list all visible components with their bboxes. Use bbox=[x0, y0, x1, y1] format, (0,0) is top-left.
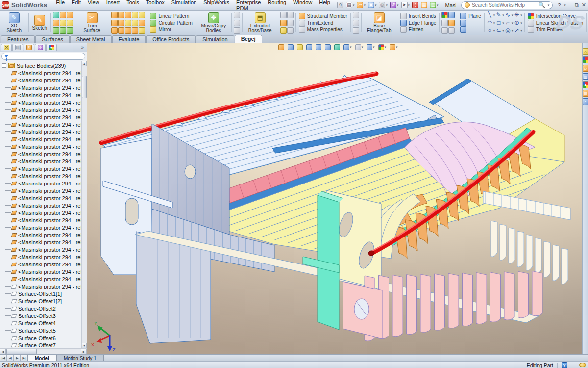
search-input[interactable] bbox=[472, 2, 537, 8]
circular-pattern-button[interactable]: Circular Pattern bbox=[150, 20, 192, 26]
toolbar-icon[interactable] bbox=[139, 11, 145, 19]
tree-item-surface-offset12[interactable]: Surface-Offset1[2] bbox=[0, 297, 87, 305]
tree-item-surface-body[interactable]: <Masinski prostor 294 - rebra i p bbox=[0, 224, 87, 231]
scroll-right-icon[interactable]: ▶ bbox=[81, 349, 87, 354]
toolbar-icon[interactable] bbox=[448, 19, 455, 26]
toolbar-icon[interactable] bbox=[111, 19, 118, 26]
toolbar-icon[interactable] bbox=[448, 27, 455, 34]
dropdown-caret-icon[interactable]: ▾ bbox=[502, 13, 504, 17]
dropdown-caret-icon[interactable]: ▾ bbox=[353, 3, 355, 7]
dropdown-caret-icon[interactable]: ▾ bbox=[408, 3, 410, 7]
display-style-icon[interactable]: ▾ bbox=[354, 44, 365, 51]
menu-simulation[interactable]: Simulation bbox=[169, 0, 199, 12]
tree-item-surface-body[interactable]: <Masinski prostor 294 - rebra i p bbox=[0, 231, 87, 238]
help-search[interactable]: 🔍 ▾ bbox=[461, 1, 553, 9]
pin-icon[interactable]: 9 bbox=[336, 1, 344, 9]
toolbar-icon[interactable] bbox=[53, 19, 59, 26]
trim-surface-button[interactable]: ✂Trim Surface bbox=[77, 12, 107, 34]
tree-item-surface-body[interactable]: <Masinski prostor 294 - rebra i p bbox=[0, 283, 87, 290]
tree-item-surface-body[interactable]: <Masinski prostor 294 - rebra i p bbox=[0, 150, 87, 158]
toolbar-icon[interactable]: ∿▾ bbox=[505, 11, 514, 19]
tree-item-surface-body[interactable]: <Masinski prostor 294 - rebra i p bbox=[0, 99, 87, 106]
toolbar-icon[interactable] bbox=[353, 19, 359, 26]
toolbar-icon[interactable] bbox=[125, 19, 131, 26]
tab-model[interactable]: Model bbox=[27, 355, 56, 361]
new-document-icon[interactable]: ▤▾ bbox=[345, 1, 356, 9]
dropdown-caret-icon[interactable]: ▾ bbox=[397, 3, 399, 7]
toolbar-icon[interactable] bbox=[132, 19, 138, 26]
tab-motion-study[interactable]: Motion Study 1 bbox=[56, 355, 104, 361]
apply-scene-icon[interactable]: ▾ bbox=[389, 44, 399, 51]
tree-item-surface-body[interactable]: <Masinski prostor 294 - rebra i p bbox=[0, 268, 87, 275]
resources-icon[interactable] bbox=[583, 56, 588, 63]
trim-extend-button[interactable]: Trim/Extend bbox=[299, 20, 347, 26]
toolbar-icon[interactable]: ○▾ bbox=[487, 27, 495, 34]
menu-tools[interactable]: Tools bbox=[123, 0, 142, 12]
tree-item-surface-body[interactable]: <Masinski prostor 294 - rebra i p bbox=[0, 143, 87, 150]
scroll-down-icon[interactable]: ▼ bbox=[82, 343, 87, 348]
menu-enterprise-pdm[interactable]: Enterprise PDM bbox=[233, 0, 264, 12]
flatten-button[interactable]: Flatten bbox=[400, 26, 437, 33]
toolbar-icon[interactable] bbox=[111, 11, 118, 19]
toolbar-icon[interactable] bbox=[139, 19, 145, 26]
cm-tab-begej[interactable]: Begej bbox=[235, 35, 262, 43]
tree-item-surface-body[interactable]: <Masinski prostor 294 - rebra i p bbox=[0, 246, 87, 253]
toolbar-icon[interactable]: ↗▾ bbox=[514, 27, 522, 34]
view-orientation-icon[interactable]: ▾ bbox=[343, 44, 353, 51]
hide-show-items-icon[interactable]: ▾ bbox=[366, 44, 376, 51]
undo-icon[interactable]: ↺▾ bbox=[389, 1, 400, 9]
tree-item-surface-body[interactable]: <Masinski prostor 294 - rebra i p bbox=[0, 165, 87, 172]
tree-item-surface-body[interactable]: <Masinski prostor 294 - rebra i p bbox=[0, 253, 87, 261]
panel-more-icon[interactable]: » bbox=[81, 45, 86, 50]
tree-item-surface-body[interactable]: <Masinski prostor 294 - rebra i p bbox=[0, 275, 87, 283]
menu-file[interactable]: File bbox=[53, 0, 68, 12]
cm-tab-features[interactable]: Features bbox=[1, 35, 35, 43]
tree-item-surface-offset11[interactable]: Surface-Offset1[1] bbox=[0, 290, 87, 297]
dropdown-caret-icon[interactable]: ▾ bbox=[373, 45, 375, 49]
toolbar-icon[interactable] bbox=[234, 27, 240, 34]
scroll-up-icon[interactable]: ▲ bbox=[82, 61, 87, 66]
note-icon[interactable] bbox=[277, 44, 285, 51]
tree-item-surface-offset5[interactable]: Surface-Offset5 bbox=[0, 327, 87, 334]
toolbar-icon[interactable] bbox=[280, 19, 287, 26]
tree-item-surface-offset7[interactable]: Surface-Offset7 bbox=[0, 342, 87, 348]
move-copy-bodies-button[interactable]: ✥Move/Copy Bodies bbox=[198, 12, 229, 34]
toolbar-icon[interactable]: ✳▾ bbox=[514, 11, 522, 19]
menu-window[interactable]: Window bbox=[290, 0, 315, 12]
web-icon[interactable]: ◔ bbox=[583, 98, 588, 105]
dropdown-caret-icon[interactable]: ▾ bbox=[493, 13, 495, 17]
3d-model[interactable]: Y X Z bbox=[87, 43, 582, 354]
base-flange-tab-button[interactable]: ◪Base Flange/Tab bbox=[364, 12, 395, 34]
menu-insert[interactable]: Insert bbox=[103, 0, 123, 12]
help-caret-icon[interactable]: ▾ bbox=[564, 3, 566, 7]
tree-vertical-scrollbar[interactable]: ▲ ▼ bbox=[81, 61, 87, 348]
toolbar-icon[interactable] bbox=[60, 27, 66, 34]
toolbar-icon[interactable]: ◠▾ bbox=[487, 19, 495, 26]
mirror-button[interactable]: Mirror bbox=[150, 26, 192, 33]
reference-axis-button[interactable] bbox=[460, 26, 481, 33]
toolbar-icon[interactable]: □▾ bbox=[495, 19, 504, 26]
toolbar-icon[interactable] bbox=[280, 11, 287, 19]
graphics-viewport[interactable]: ▾▾▾▾▾ bbox=[87, 43, 582, 354]
tree-item-surface-body[interactable]: <Masinski prostor 294 - rebra i p bbox=[0, 91, 87, 99]
toolbar-icon[interactable] bbox=[139, 27, 145, 34]
tree-item-surface-offset4[interactable]: Surface-Offset4 bbox=[0, 319, 87, 327]
rotate-view-icon[interactable] bbox=[324, 44, 332, 51]
tree-item-surface-body[interactable]: <Masinski prostor 294 - rebra i p bbox=[0, 238, 87, 246]
toolbar-icon[interactable]: ⊂▾ bbox=[495, 27, 504, 34]
tree-item-surface-offset2[interactable]: Surface-Offset2 bbox=[0, 305, 87, 312]
tree-item-surface-body[interactable]: <Masinski prostor 294 - rebra i p bbox=[0, 135, 87, 143]
sketch-button[interactable]: ✎Sketch bbox=[30, 12, 49, 34]
help-button[interactable]: ? bbox=[558, 2, 561, 8]
dropdown-caret-icon[interactable]: ▾ bbox=[512, 13, 514, 17]
toolbar-icon[interactable] bbox=[132, 11, 138, 19]
structural-member-button[interactable]: Structural Member bbox=[299, 13, 347, 20]
tree-item-surface-body[interactable]: <Masinski prostor 294 - rebra i p bbox=[0, 121, 87, 128]
measure-icon[interactable] bbox=[287, 44, 294, 51]
tab-nav-buttons[interactable]: |◀ ◀ ▶ ▶| bbox=[0, 355, 27, 361]
toolbar-icon[interactable] bbox=[234, 11, 240, 19]
toolbar-icon[interactable]: ⊕▾ bbox=[514, 19, 522, 26]
dimxpertmanager-tab[interactable]: ✛ bbox=[35, 44, 46, 51]
toolbar-icon[interactable] bbox=[118, 19, 124, 26]
dropdown-caret-icon[interactable]: ▾ bbox=[350, 45, 352, 49]
